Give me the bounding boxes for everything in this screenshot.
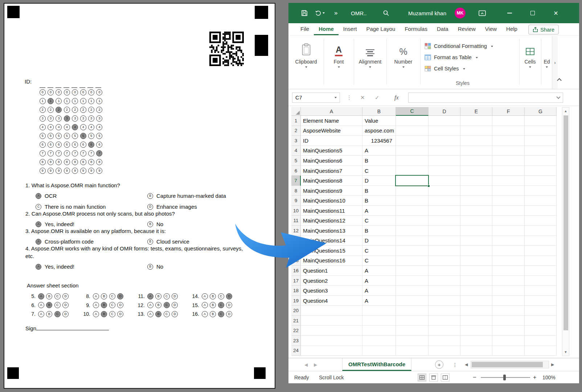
cell-g22[interactable] xyxy=(525,326,557,336)
cell-c1[interactable] xyxy=(396,116,429,126)
cell-c21[interactable] xyxy=(396,316,429,326)
cell-g14[interactable] xyxy=(525,246,557,256)
cell-d17[interactable] xyxy=(429,276,460,286)
cell-b13[interactable]: D xyxy=(362,236,396,246)
ribbon-tab-insert[interactable]: Insert xyxy=(339,23,362,35)
cell-d6[interactable] xyxy=(429,166,460,176)
cell-d14[interactable] xyxy=(429,246,460,256)
cell-c24[interactable] xyxy=(396,346,429,356)
cell-c18[interactable] xyxy=(396,286,429,296)
cell-g17[interactable] xyxy=(525,276,557,286)
close-button[interactable]: ✕ xyxy=(548,3,564,23)
cell-b1[interactable]: Value xyxy=(362,116,396,126)
cell-e1[interactable] xyxy=(460,116,492,126)
row-header-1[interactable]: 1 xyxy=(291,116,301,126)
cell-c19[interactable] xyxy=(396,296,429,306)
enter-icon[interactable]: ✓ xyxy=(375,93,380,103)
cell-a23[interactable] xyxy=(301,336,362,346)
cell-f3[interactable] xyxy=(492,136,525,146)
cell-g9[interactable] xyxy=(525,196,557,206)
cell-e3[interactable] xyxy=(460,136,492,146)
cell-a8[interactable]: MainQuestions9 xyxy=(301,186,362,196)
sheet-nav-next-icon[interactable]: ▶ xyxy=(314,358,317,371)
cell-g24[interactable] xyxy=(525,346,557,356)
cell-g8[interactable] xyxy=(525,186,557,196)
cell-c6[interactable] xyxy=(396,166,429,176)
cell-a7[interactable]: MainQuestions8 xyxy=(301,176,362,186)
cell-b20[interactable] xyxy=(362,306,396,316)
number-group-button[interactable]: % Number xyxy=(386,40,420,68)
cell-e9[interactable] xyxy=(460,196,492,206)
cell-g3[interactable] xyxy=(525,136,557,146)
horizontal-scrollbar[interactable] xyxy=(471,361,549,368)
cell-f22[interactable] xyxy=(492,326,525,336)
vertical-scroll-thumb[interactable] xyxy=(563,115,568,330)
cell-d16[interactable] xyxy=(429,266,460,276)
cell-f14[interactable] xyxy=(492,246,525,256)
cell-a17[interactable]: Question2 xyxy=(301,276,362,286)
cell-d4[interactable] xyxy=(429,146,460,156)
cell-b21[interactable] xyxy=(362,316,396,326)
cell-b22[interactable] xyxy=(362,326,396,336)
column-header-a[interactable]: A xyxy=(301,107,362,116)
cell-d3[interactable] xyxy=(429,136,460,146)
cell-c8[interactable] xyxy=(396,186,429,196)
cell-f1[interactable] xyxy=(492,116,525,126)
cell-g18[interactable] xyxy=(525,286,557,296)
cell-d19[interactable] xyxy=(429,296,460,306)
cell-c14[interactable] xyxy=(396,246,429,256)
row-header-7[interactable]: 7 xyxy=(291,176,301,186)
cell-d20[interactable] xyxy=(429,306,460,316)
cell-e5[interactable] xyxy=(460,156,492,166)
cell-f10[interactable] xyxy=(492,206,525,216)
cell-b12[interactable]: B xyxy=(362,226,396,236)
zoom-slider[interactable] xyxy=(481,377,530,378)
normal-view-button[interactable] xyxy=(418,373,426,381)
cell-d22[interactable] xyxy=(429,326,460,336)
cell-c4[interactable] xyxy=(396,146,429,156)
cell-d1[interactable] xyxy=(429,116,460,126)
cell-b11[interactable]: C xyxy=(362,216,396,226)
alignment-group-button[interactable]: Alignment xyxy=(354,40,386,68)
cell-b8[interactable]: B xyxy=(362,186,396,196)
hscroll-right-icon[interactable]: ▶ xyxy=(551,358,554,371)
conditional-formatting-button[interactable]: Conditional Formatting xyxy=(425,40,493,52)
formula-input[interactable] xyxy=(408,93,563,103)
cell-d24[interactable] xyxy=(429,346,460,356)
cell-c13[interactable] xyxy=(396,236,429,246)
cell-d12[interactable] xyxy=(429,226,460,236)
cell-e24[interactable] xyxy=(460,346,492,356)
cell-e21[interactable] xyxy=(460,316,492,326)
cell-g6[interactable] xyxy=(525,166,557,176)
page-break-view-button[interactable] xyxy=(441,373,450,381)
cell-f2[interactable] xyxy=(492,126,525,136)
cell-f7[interactable] xyxy=(492,176,525,186)
cell-f6[interactable] xyxy=(492,166,525,176)
cell-c9[interactable] xyxy=(396,196,429,206)
maximize-button[interactable] xyxy=(524,3,541,23)
cell-e12[interactable] xyxy=(460,226,492,236)
cell-a20[interactable] xyxy=(301,306,362,316)
scroll-up-icon[interactable]: ▲ xyxy=(562,109,569,113)
row-header-8[interactable]: 8 xyxy=(291,186,301,196)
cell-f11[interactable] xyxy=(492,216,525,226)
cell-a2[interactable]: AsposeWebsite xyxy=(301,126,362,136)
cell-e4[interactable] xyxy=(460,146,492,156)
cell-b19[interactable]: A xyxy=(362,296,396,306)
select-all-corner[interactable] xyxy=(291,107,301,116)
cancel-icon[interactable]: ✕ xyxy=(360,93,365,103)
formula-bar-drag-dots[interactable]: ⋮ xyxy=(347,93,352,103)
cell-c15[interactable] xyxy=(396,256,429,266)
row-header-18[interactable]: 18 xyxy=(291,286,301,296)
font-group-button[interactable]: A Font xyxy=(324,40,354,68)
ribbon-tab-home[interactable]: Home xyxy=(314,23,339,35)
column-header-c[interactable]: C xyxy=(396,107,429,116)
cell-f24[interactable] xyxy=(492,346,525,356)
ribbon-scroll-more-button[interactable]: › xyxy=(552,36,558,89)
zoom-level[interactable]: 100% xyxy=(542,371,556,383)
cell-f20[interactable] xyxy=(492,306,525,316)
cell-a10[interactable]: MainQuestions11 xyxy=(301,206,362,216)
name-box[interactable]: C7 xyxy=(292,93,340,103)
cell-e13[interactable] xyxy=(460,236,492,246)
row-header-17[interactable]: 17 xyxy=(291,276,301,286)
